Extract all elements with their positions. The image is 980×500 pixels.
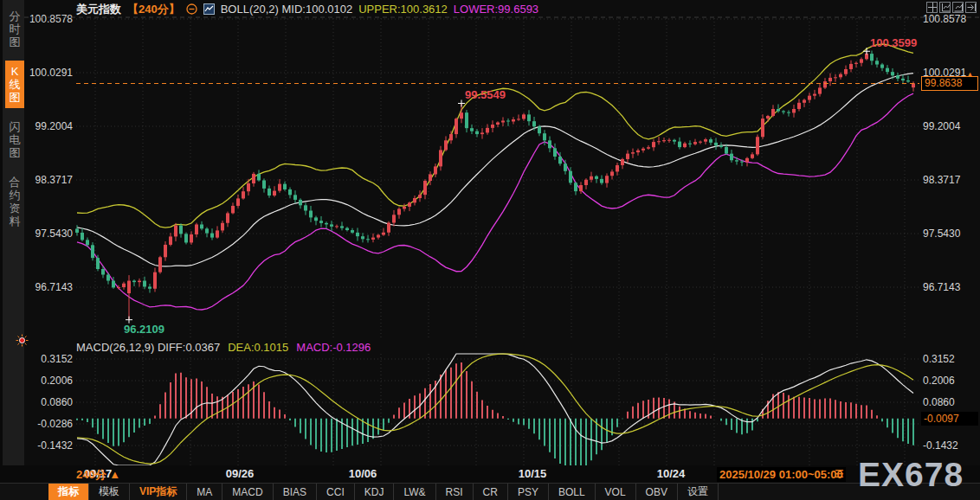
toolbar-item-2[interactable]: VIP指标 [130, 484, 187, 500]
time-tick: 09/26 [226, 467, 255, 480]
period-tag[interactable]: 【240分】 [127, 2, 180, 17]
brand-watermark: EX678 [858, 456, 964, 494]
session-range-label: 2025/10/29 01:00~05:00 [717, 467, 846, 482]
time-tick: 10/15 [519, 467, 547, 480]
current-price-box: 99.8638 [921, 76, 978, 91]
mini-menu-icon[interactable]: ☰ [835, 468, 844, 480]
indicator-toolbar: 指标模板VIP指标MAMACDBIASCCIKDJLW&RSICRPSYBOLL… [0, 483, 980, 500]
collapse-indicator-icon[interactable] [186, 3, 197, 15]
toolbar-item-8[interactable]: LW& [394, 484, 435, 500]
toolbar-item-7[interactable]: KDJ [355, 484, 395, 500]
time-tick: 10/24 [657, 467, 686, 480]
toolbar-item-13[interactable]: VOL [596, 484, 636, 500]
chart-header: 美元指数 【240分】 BOLL(20,2) MID:100.0102 UPPE… [76, 2, 538, 16]
macd-hist-readout: MACD:-0.1296 [296, 341, 371, 354]
toolbar-item-5[interactable]: BIAS [274, 484, 317, 500]
price-direction-arrow: ▲ [966, 70, 974, 79]
macd-dea-readout: DEA:0.1015 [228, 341, 288, 354]
toolbar-item-9[interactable]: RSI [436, 484, 474, 500]
macd-header: MACD(26,12,9) DIFF:0.0367 DEA:0.1015 MAC… [76, 341, 371, 354]
current-macd-box: -0.0097 [921, 412, 978, 426]
toolbar-item-1[interactable]: 模板 [89, 484, 130, 500]
high-price-annotation: 99.5549 [465, 88, 506, 101]
time-tick: 10/06 [349, 467, 377, 480]
boll-lower-readout: LOWER:99.6593 [454, 3, 538, 16]
low-price-annotation: 96.2109 [124, 323, 164, 336]
toolbar-item-12[interactable]: BOLL [549, 484, 596, 500]
charting-app-window: 分时图K线图闪电图合约资料 美元指数 【240分】 BOLL(20,2) MID… [0, 0, 980, 500]
period-selector[interactable]: 240分 ▲ [76, 467, 120, 483]
toolbar-item-14[interactable]: OBV [636, 484, 678, 500]
indicator-panel-icon[interactable] [939, 2, 951, 13]
high-price-annotation: 100.3599 [870, 36, 917, 49]
toolbar-item-4[interactable]: MACD [222, 484, 273, 500]
toolbar-item-10[interactable]: CR [474, 484, 508, 500]
toolbar-item-3[interactable]: MA [187, 484, 222, 500]
boll-upper-readout: UPPER:100.3612 [358, 3, 448, 16]
main-chart-canvas[interactable] [0, 0, 980, 500]
collapse-axis-icon[interactable] [965, 2, 977, 13]
overlay-panel-icon[interactable] [952, 2, 964, 13]
boll-mid-readout: BOLL(20,2) MID:100.0102 [221, 3, 352, 16]
toolbar-item-15[interactable]: 设置 [678, 484, 719, 500]
live-alert-icon [16, 334, 29, 347]
symbol-name: 美元指数 [76, 2, 121, 17]
macd-diff-readout: MACD(26,12,9) DIFF:0.0367 [76, 341, 220, 354]
toolbar-item-6[interactable]: CCI [317, 484, 355, 500]
toolbar-item-11[interactable]: PSY [508, 484, 549, 500]
window-tool-icons [926, 2, 977, 13]
indicator-icon[interactable] [203, 3, 215, 15]
crosshair-icon[interactable] [926, 2, 938, 13]
toolbar-item-0[interactable]: 指标 [48, 484, 89, 500]
